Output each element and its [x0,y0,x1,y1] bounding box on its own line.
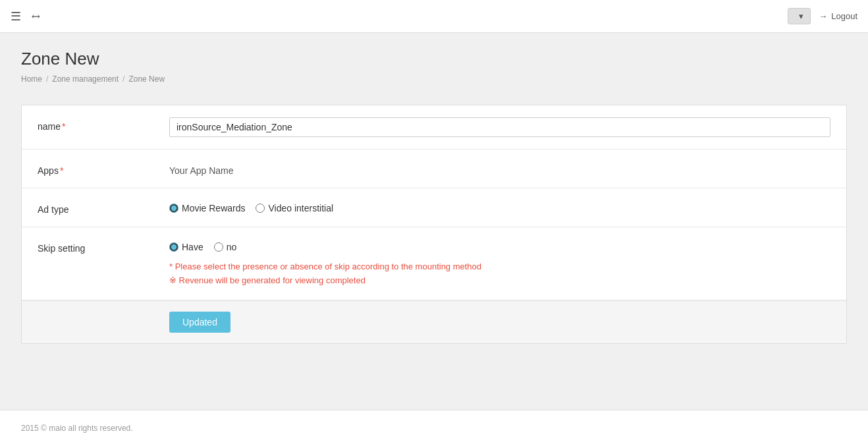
breadcrumb: Home / Zone management / Zone New [21,74,847,84]
chevron-down-icon: ▾ [799,11,803,21]
skip-setting-label: Skip setting [38,239,169,254]
navbar-left: ☰ ⤢ [11,9,40,24]
skip-notes: * Please select the presence or absence … [169,260,830,288]
logout-icon: → [819,11,827,21]
ad-type-video-interstitial[interactable]: Video interstitial [256,203,333,213]
skip-have[interactable]: Have [169,242,203,252]
page-title: Zone New [21,49,847,69]
ad-type-label: Ad type [38,200,169,215]
form-card: name* Apps* Your App Name Ad type [21,105,847,344]
ad-type-field: Movie Rewards Video interstitial [169,200,830,213]
skip-note-1: * Please select the presence or absence … [169,260,830,274]
skip-have-label: Have [182,242,203,252]
expand-icon[interactable]: ⤢ [28,9,43,24]
apps-value: Your App Name [169,161,830,176]
page-header: Zone New Home / Zone management / Zone N… [0,33,868,94]
skip-note-2: ※ Revenue will be generated for viewing … [169,274,830,288]
breadcrumb-home[interactable]: Home [21,74,42,84]
logout-button[interactable]: → Logout [819,11,857,21]
skip-no-label: no [227,242,237,252]
apps-field: Your App Name [169,161,830,176]
skip-setting-row: Skip setting Have no * Please select the… [22,227,846,300]
ad-type-row: Ad type Movie Rewards Video interstitial [22,188,846,227]
breadcrumb-sep-2: / [122,74,124,84]
updated-button[interactable]: Updated [169,312,231,333]
breadcrumb-zone-management[interactable]: Zone management [52,74,119,84]
name-field [169,117,830,137]
ad-type-video-interstitial-radio[interactable] [256,204,265,213]
name-label: name* [38,117,169,132]
name-input[interactable] [169,117,830,137]
main-content: name* Apps* Your App Name Ad type [0,94,868,365]
skip-radio-group: Have no [169,239,830,252]
skip-setting-field: Have no * Please select the presence or … [169,239,830,288]
skip-no-radio[interactable] [214,242,223,252]
ad-type-movie-rewards-label: Movie Rewards [182,203,245,213]
ad-type-movie-rewards[interactable]: Movie Rewards [169,203,245,213]
logout-label: Logout [831,11,857,21]
navbar-right: ▾ → Logout [788,8,857,24]
apps-row: Apps* Your App Name [22,150,846,188]
ad-type-movie-rewards-radio[interactable] [169,204,178,213]
navbar: ☰ ⤢ ▾ → Logout [0,0,868,33]
breadcrumb-zone-new: Zone New [128,74,165,84]
user-dropdown[interactable]: ▾ [788,8,811,24]
name-row: name* [22,105,846,150]
ad-type-video-interstitial-label: Video interstitial [268,203,333,213]
breadcrumb-sep-1: / [46,74,48,84]
apps-required: * [60,165,63,176]
apps-label: Apps* [38,161,169,176]
skip-no[interactable]: no [214,242,237,252]
footer: 2015 © maio all rights reserved. [0,410,868,446]
ad-type-radio-group: Movie Rewards Video interstitial [169,200,830,213]
hamburger-icon[interactable]: ☰ [11,9,21,24]
name-required: * [62,121,65,132]
skip-have-radio[interactable] [169,242,178,252]
footer-text: 2015 © maio all rights reserved. [21,424,133,433]
action-row: Updated [22,300,846,343]
